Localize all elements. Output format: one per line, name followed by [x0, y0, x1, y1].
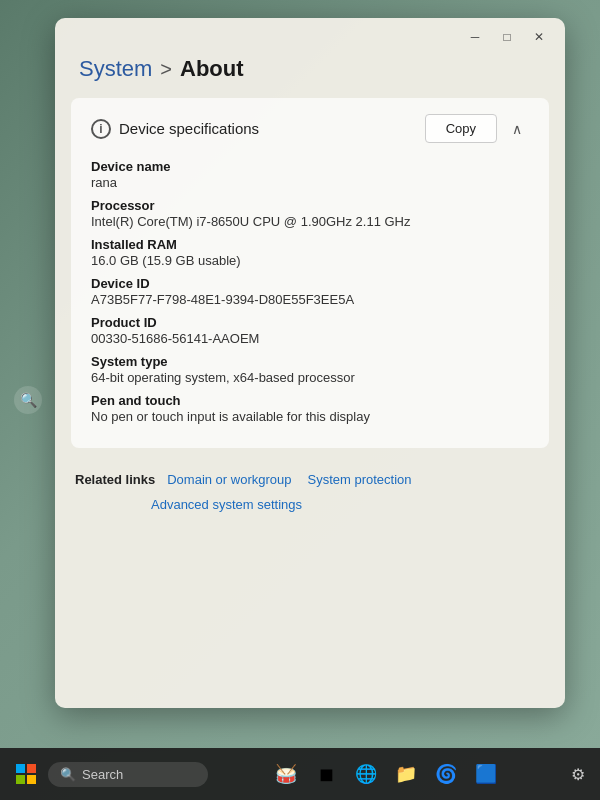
breadcrumb-separator: > [160, 58, 172, 81]
related-links-label: Related links [75, 472, 155, 487]
info-icon: i [91, 119, 111, 139]
maximize-button[interactable]: □ [493, 26, 521, 48]
svg-rect-0 [16, 764, 25, 773]
taskbar-icon-music[interactable]: 🥁 [268, 756, 304, 792]
advanced-settings-link[interactable]: Advanced system settings [151, 493, 545, 516]
spec-row-0: Device namerana [91, 159, 529, 190]
svg-rect-3 [27, 775, 36, 784]
copy-button[interactable]: Copy [425, 114, 497, 143]
taskbar-search[interactable]: 🔍 Search [48, 762, 208, 787]
spec-value-1: Intel(R) Core(TM) i7-8650U CPU @ 1.90GHz… [91, 214, 529, 229]
spec-label-5: System type [91, 354, 529, 369]
spec-label-4: Product ID [91, 315, 529, 330]
spec-row-3: Device IDA73B5F77-F798-48E1-9394-D80E55F… [91, 276, 529, 307]
taskbar-icons-row: 🥁 ◼ 🌐 📁 🌀 🟦 [212, 756, 560, 792]
domain-workgroup-link[interactable]: Domain or workgroup [167, 472, 291, 487]
spec-label-0: Device name [91, 159, 529, 174]
breadcrumb-system[interactable]: System [79, 56, 152, 82]
breadcrumb: System > About [55, 52, 565, 98]
taskbar-icon-folder[interactable]: 📁 [388, 756, 424, 792]
sidebar-search-icon[interactable]: 🔍 [14, 386, 42, 414]
svg-rect-1 [27, 764, 36, 773]
spec-rows: Device nameranaProcessorIntel(R) Core(TM… [91, 159, 529, 424]
spec-value-6: No pen or touch input is available for t… [91, 409, 529, 424]
close-button[interactable]: ✕ [525, 26, 553, 48]
related-links-row: Related links Domain or workgroup System… [71, 464, 549, 491]
title-bar: ─ □ ✕ [55, 18, 565, 52]
taskbar-search-icon: 🔍 [60, 767, 76, 782]
system-protection-link[interactable]: System protection [307, 472, 411, 487]
svg-rect-2 [16, 775, 25, 784]
device-specs-card: i Device specifications Copy ∧ Device na… [71, 98, 549, 448]
taskbar-search-text: Search [82, 767, 123, 782]
device-specs-title: Device specifications [119, 120, 259, 137]
spec-row-4: Product ID00330-51686-56141-AAOEM [91, 315, 529, 346]
spec-value-4: 00330-51686-56141-AAOEM [91, 331, 529, 346]
related-links-section: Related links Domain or workgroup System… [71, 464, 549, 524]
spec-label-1: Processor [91, 198, 529, 213]
minimize-button[interactable]: ─ [461, 26, 489, 48]
spec-card-title-row: i Device specifications [91, 119, 259, 139]
taskbar-icon-chrome[interactable]: 🌐 [348, 756, 384, 792]
breadcrumb-about: About [180, 56, 244, 82]
tray-settings-icon[interactable]: ⚙ [564, 760, 592, 788]
spec-value-2: 16.0 GB (15.9 GB usable) [91, 253, 529, 268]
start-button[interactable] [8, 756, 44, 792]
spec-value-0: rana [91, 175, 529, 190]
system-tray: ⚙ [564, 760, 592, 788]
spec-row-1: ProcessorIntel(R) Core(TM) i7-8650U CPU … [91, 198, 529, 229]
taskbar-icon-edge[interactable]: 🌀 [428, 756, 464, 792]
settings-window: ─ □ ✕ System > About i Device specificat… [55, 18, 565, 708]
spec-label-6: Pen and touch [91, 393, 529, 408]
spec-row-5: System type64-bit operating system, x64-… [91, 354, 529, 385]
taskbar-icon-files[interactable]: ◼ [308, 756, 344, 792]
content-area: i Device specifications Copy ∧ Device na… [55, 98, 565, 708]
taskbar: 🔍 Search 🥁 ◼ 🌐 📁 🌀 🟦 ⚙ [0, 748, 600, 800]
spec-label-3: Device ID [91, 276, 529, 291]
spec-label-2: Installed RAM [91, 237, 529, 252]
collapse-chevron[interactable]: ∧ [505, 117, 529, 141]
spec-row-2: Installed RAM16.0 GB (15.9 GB usable) [91, 237, 529, 268]
spec-value-5: 64-bit operating system, x64-based proce… [91, 370, 529, 385]
spec-value-3: A73B5F77-F798-48E1-9394-D80E55F3EE5A [91, 292, 529, 307]
taskbar-icon-store[interactable]: 🟦 [468, 756, 504, 792]
spec-card-header: i Device specifications Copy ∧ [91, 114, 529, 143]
window-controls: ─ □ ✕ [461, 26, 553, 48]
spec-row-6: Pen and touchNo pen or touch input is av… [91, 393, 529, 424]
